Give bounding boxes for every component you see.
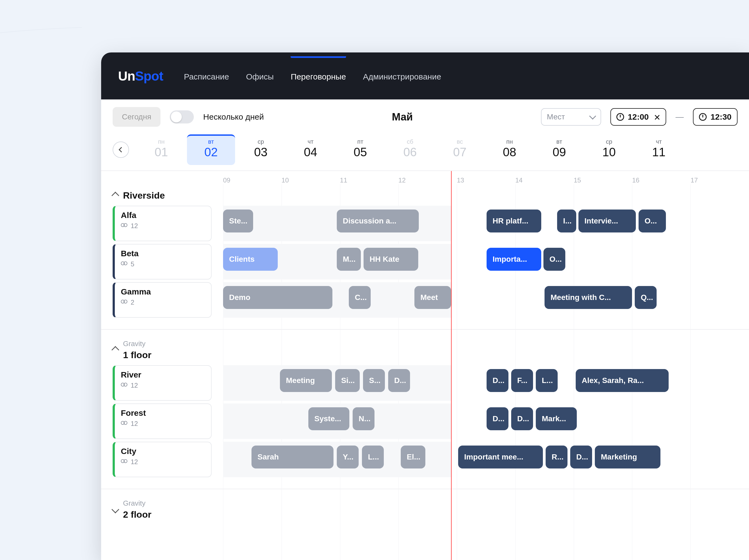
event-block[interactable]: Meeting with C... xyxy=(544,286,632,309)
event-block[interactable]: D... xyxy=(570,446,592,469)
room-row: River12MeetingSi...S...D...D...F...L...A… xyxy=(113,365,737,401)
group-header: Riverside xyxy=(113,190,737,201)
chevron-up-icon[interactable] xyxy=(111,192,119,199)
time-from-input[interactable]: 12:00 xyxy=(611,108,666,126)
event-block[interactable]: Marketing xyxy=(595,446,660,469)
event-block[interactable]: Si... xyxy=(335,369,360,392)
nav-item-3[interactable]: Администрирование xyxy=(363,56,441,96)
room-card[interactable]: River12 xyxy=(113,365,212,401)
hour-label: 10 xyxy=(282,177,340,184)
clock-icon xyxy=(616,113,624,121)
room-group: RiversideAlfa12Ste...Discussion a...HR p… xyxy=(101,184,749,326)
date-strip: пн01вт02ср03чт04пт05сб06вс07пн08вт09ср10… xyxy=(101,134,749,171)
room-capacity: 12 xyxy=(121,222,205,230)
people-icon xyxy=(121,383,128,388)
hour-label: 17 xyxy=(690,177,749,184)
places-select[interactable]: Мест xyxy=(541,108,601,126)
room-card[interactable]: Gamma2 xyxy=(113,282,212,318)
nav-item-2[interactable]: Переговорные xyxy=(291,56,346,96)
date-cell[interactable]: вт09 xyxy=(535,134,583,165)
group-title: 2 floor xyxy=(123,509,151,520)
background-decoration xyxy=(0,0,82,41)
room-group: Gravity1 floorRiver12MeetingSi...S...D..… xyxy=(101,334,749,485)
nav-item-1[interactable]: Офисы xyxy=(246,56,274,96)
time-to-input[interactable]: 12:30 xyxy=(693,108,737,126)
event-block[interactable]: D... xyxy=(388,369,410,392)
event-block[interactable]: Intervie... xyxy=(578,209,636,232)
event-block[interactable]: Important mee... xyxy=(458,446,543,469)
date-cell[interactable]: вс07 xyxy=(436,134,484,165)
room-timeline[interactable]: MeetingSi...S...D...D...F...L...Alex, Sa… xyxy=(223,365,737,401)
event-block[interactable]: R... xyxy=(545,446,568,469)
chevron-up-icon[interactable] xyxy=(111,346,119,354)
room-timeline[interactable]: DemoC...MeetMeeting with C...Q... xyxy=(223,282,737,318)
hour-label: 11 xyxy=(340,177,399,184)
event-block[interactable]: Meeting xyxy=(280,369,332,392)
event-block[interactable]: S... xyxy=(363,369,385,392)
date-cell[interactable]: ср03 xyxy=(237,134,285,165)
room-card[interactable]: Alfa12 xyxy=(113,206,212,241)
nav-item-0[interactable]: Расписание xyxy=(184,56,229,96)
room-card[interactable]: Forest12 xyxy=(113,403,212,439)
event-block[interactable]: N... xyxy=(352,407,374,430)
room-name: Alfa xyxy=(121,210,205,220)
date-cell[interactable]: пт05 xyxy=(336,134,384,165)
room-row: Forest12Syste...N...D...D...Mark... xyxy=(113,403,737,439)
event-block[interactable]: D... xyxy=(487,407,509,430)
room-capacity: 12 xyxy=(121,458,205,466)
chevron-down-icon[interactable] xyxy=(111,506,119,513)
room-row: Alfa12Ste...Discussion a...HR platf...I.… xyxy=(113,206,737,241)
event-block[interactable]: Mark... xyxy=(536,407,577,430)
event-block[interactable]: Alex, Sarah, Ra... xyxy=(576,369,669,392)
event-block[interactable]: Importa... xyxy=(487,248,541,271)
event-block[interactable]: HR platf... xyxy=(487,209,541,232)
chevron-down-icon xyxy=(589,113,596,119)
prev-dates-button[interactable] xyxy=(113,141,129,158)
today-button[interactable]: Сегодня xyxy=(113,107,160,127)
date-cell[interactable]: чт11 xyxy=(635,134,683,165)
event-block[interactable]: Q... xyxy=(635,286,657,309)
date-cell[interactable]: чт04 xyxy=(286,134,335,165)
event-block[interactable]: L... xyxy=(362,446,384,469)
room-capacity: 12 xyxy=(121,420,205,427)
multi-day-toggle[interactable] xyxy=(170,110,194,124)
room-card[interactable]: Beta5 xyxy=(113,244,212,279)
event-block[interactable]: Clients xyxy=(223,248,278,271)
topbar: UnSpot РасписаниеОфисыПереговорныеАдмини… xyxy=(101,52,749,99)
event-block[interactable]: M... xyxy=(337,248,361,271)
event-block[interactable]: Demo xyxy=(223,286,333,309)
controls-row: Сегодня Несколько дней Май Мест 12:00 — … xyxy=(101,99,749,134)
event-block[interactable]: D... xyxy=(511,407,533,430)
event-block[interactable]: Meet xyxy=(414,286,451,309)
people-icon xyxy=(121,223,128,229)
month-title: Май xyxy=(392,111,413,123)
event-block[interactable]: Ste... xyxy=(223,209,253,232)
event-block[interactable]: I... xyxy=(557,209,576,232)
event-block[interactable]: El... xyxy=(401,446,425,469)
event-block[interactable]: D... xyxy=(487,369,509,392)
event-block[interactable]: HH Kate xyxy=(364,248,418,271)
room-timeline[interactable]: Ste...Discussion a...HR platf...I...Inte… xyxy=(223,206,737,241)
event-block[interactable]: Sarah xyxy=(252,446,334,469)
date-cell[interactable]: сб06 xyxy=(386,134,434,165)
room-row: Beta5ClientsM...HH KateImporta...O... xyxy=(113,244,737,279)
clear-icon[interactable] xyxy=(654,114,660,120)
event-block[interactable]: Syste... xyxy=(308,407,349,430)
event-block[interactable]: Y... xyxy=(337,446,359,469)
date-cell[interactable]: вт02 xyxy=(187,134,235,165)
room-timeline[interactable]: ClientsM...HH KateImporta...O... xyxy=(223,244,737,279)
date-cell[interactable]: ср10 xyxy=(585,134,633,165)
group-title: Riverside xyxy=(123,190,165,201)
room-card[interactable]: City12 xyxy=(113,442,212,477)
event-block[interactable]: Discussion a... xyxy=(337,209,419,232)
event-block[interactable]: F... xyxy=(511,369,533,392)
event-block[interactable]: O... xyxy=(543,248,565,271)
date-cell[interactable]: пн08 xyxy=(486,134,534,165)
event-block[interactable]: O... xyxy=(639,209,666,232)
room-timeline[interactable]: SarahY...L...El...Important mee...R...D.… xyxy=(223,442,737,477)
hour-label: 13 xyxy=(457,177,515,184)
date-cell[interactable]: пн01 xyxy=(137,134,185,165)
event-block[interactable]: L... xyxy=(536,369,558,392)
room-timeline[interactable]: Syste...N...D...D...Mark... xyxy=(223,403,737,439)
event-block[interactable]: C... xyxy=(349,286,371,309)
